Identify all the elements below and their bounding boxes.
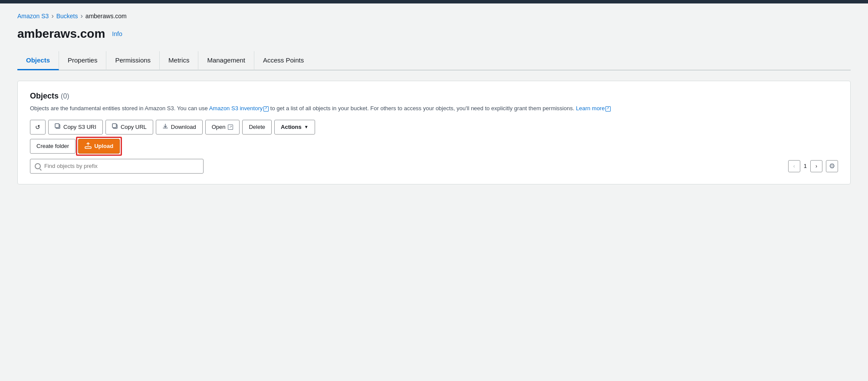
create-folder-label: Create folder [36, 143, 69, 149]
tab-objects[interactable]: Objects [17, 51, 59, 70]
pagination-area: ‹ 1 › ⚙ [788, 160, 838, 172]
objects-description: Objects are the fundamental entities sto… [30, 104, 838, 113]
objects-title: Objects [30, 92, 59, 100]
search-icon [35, 163, 41, 169]
open-label: Open [212, 124, 226, 130]
learn-more-link[interactable]: Learn more [576, 105, 605, 112]
download-icon [162, 123, 168, 131]
amazon-s3-inventory-link[interactable]: Amazon S3 inventory [209, 105, 263, 112]
tab-management[interactable]: Management [198, 51, 254, 70]
refresh-icon: ↺ [35, 124, 40, 131]
prev-page-button[interactable]: ‹ [788, 160, 800, 172]
upload-icon [85, 142, 92, 150]
svg-rect-4 [85, 147, 91, 148]
copy-url-button[interactable]: Copy URL [105, 120, 153, 135]
page-number: 1 [804, 163, 807, 169]
top-bar [0, 0, 868, 3]
delete-label: Delete [249, 124, 265, 130]
copy-s3-uri-button[interactable]: Copy S3 URI [48, 120, 103, 135]
download-label: Download [171, 124, 196, 130]
actions-chevron-icon: ▼ [304, 125, 309, 129]
info-link[interactable]: Info [112, 30, 122, 37]
objects-heading: Objects (0) [30, 92, 838, 101]
search-bar [30, 159, 204, 174]
breadcrumb-amazon-s3[interactable]: Amazon S3 [17, 13, 49, 20]
copy-url-icon [112, 123, 118, 131]
download-button[interactable]: Download [156, 120, 203, 135]
toolbar: ↺ Copy S3 URI Copy URL [30, 120, 838, 135]
objects-count: (0) [61, 92, 69, 100]
search-pagination-row: ‹ 1 › ⚙ [30, 159, 838, 174]
breadcrumb-current: amberaws.com [85, 13, 127, 20]
open-button[interactable]: Open ↗ [205, 120, 240, 135]
upload-label: Upload [94, 143, 113, 149]
upload-button[interactable]: Upload [78, 139, 120, 154]
page-title-row: amberaws.com Info [17, 27, 851, 41]
actions-button[interactable]: Actions ▼ [274, 120, 315, 135]
description-text-part2: to get a list of all objects in your buc… [269, 105, 576, 112]
tab-permissions[interactable]: Permissions [106, 51, 160, 70]
breadcrumb-separator-2: › [81, 12, 83, 20]
settings-button[interactable]: ⚙ [826, 160, 838, 172]
copy-s3-uri-icon [55, 123, 61, 131]
search-input[interactable] [44, 163, 199, 169]
breadcrumb: Amazon S3 › Buckets › amberaws.com [17, 12, 851, 20]
svg-rect-1 [55, 124, 59, 128]
copy-s3-uri-label: Copy S3 URI [63, 124, 96, 130]
tab-metrics[interactable]: Metrics [160, 51, 198, 70]
tabs-bar: Objects Properties Permissions Metrics M… [17, 51, 851, 70]
open-external-icon: ↗ [228, 125, 233, 130]
svg-rect-3 [112, 124, 116, 128]
page-container: Amazon S3 › Buckets › amberaws.com amber… [0, 3, 868, 381]
delete-button[interactable]: Delete [242, 120, 272, 135]
refresh-button[interactable]: ↺ [30, 120, 46, 135]
upload-button-wrapper: Upload [78, 139, 120, 154]
breadcrumb-separator-1: › [51, 12, 53, 20]
tab-properties[interactable]: Properties [59, 51, 106, 70]
content-card: Objects (0) Objects are the fundamental … [17, 81, 851, 184]
copy-url-label: Copy URL [121, 124, 147, 130]
tab-access-points[interactable]: Access Points [254, 51, 312, 70]
next-page-button[interactable]: › [810, 160, 822, 172]
external-icon-2 [605, 106, 611, 112]
external-icon-1 [263, 106, 269, 112]
second-toolbar: Create folder Upload [30, 139, 838, 154]
breadcrumb-buckets[interactable]: Buckets [56, 13, 78, 20]
page-title: amberaws.com [17, 27, 105, 41]
actions-label: Actions [281, 124, 302, 130]
description-text-part1: Objects are the fundamental entities sto… [30, 105, 209, 112]
create-folder-button[interactable]: Create folder [30, 139, 76, 154]
